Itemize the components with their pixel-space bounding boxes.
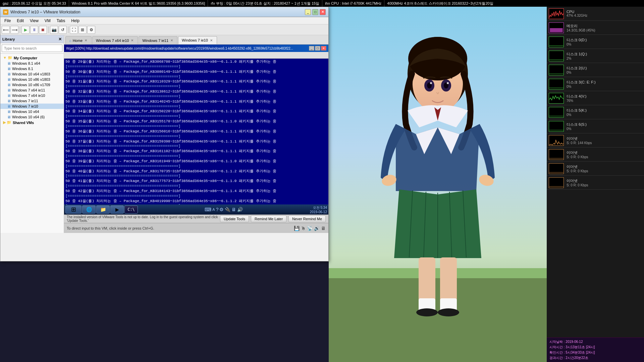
vmware-title: Windows 7 ie10 – VMware Workstation — [10, 10, 80, 14]
menu-edit[interactable]: Edit — [14, 18, 26, 24]
terminal-content[interactable]: 50 중 29을(를) 처리하는 중 – Package_for_KB30687… — [64, 59, 328, 206]
toolbar-stop[interactable]: ⏹ — [39, 26, 47, 34]
elapsed-stat: 경과시간 : 2시간20분22초 — [549, 355, 641, 361]
net1-label: 이더넷 — [567, 136, 592, 141]
menu-vm[interactable]: VM — [42, 18, 53, 24]
toolbar-back[interactable]: ⟵ — [2, 26, 10, 34]
rfv-info-text: rfv 부팅 : 0일 00시간 23분 01초 설치 : 20180427 ~… — [211, 1, 319, 6]
tree-item-my-computer[interactable]: ▼ 📁My Computer — [0, 55, 64, 61]
cmd-button[interactable]: C:\ — [124, 205, 138, 214]
volume-icon[interactable]: 🔊 — [237, 207, 243, 212]
net3-graph — [549, 163, 564, 174]
display-icon[interactable]: 🖥 — [231, 207, 236, 212]
tab-win7ie11-close[interactable]: ✕ — [170, 38, 174, 43]
tree-item-windows-8.1-x64[interactable]: 🖥Windows 8.1 x64 — [0, 61, 64, 66]
disk1-graph — [549, 51, 564, 61]
tab-win7x64ie10-label: Windows 7 x64 ie10 — [96, 39, 129, 43]
ie-button[interactable]: 🌐 — [82, 205, 96, 214]
never-remind-button[interactable]: Never Remind Me — [288, 216, 326, 222]
dw-close[interactable]: ✕ — [321, 46, 326, 51]
library-search-input[interactable] — [2, 45, 62, 52]
terminal-line: 50 중 38을(를) 처리하는 중 – Package_for_KB31611… — [65, 149, 327, 154]
toolbar-snapshot[interactable]: 📷 — [50, 26, 58, 34]
title-left: W Windows 7 ie10 – VMware Workstation — [3, 9, 80, 15]
cmd-icon: C:\ — [127, 207, 135, 212]
keyboard-icon[interactable]: ⌨ — [205, 207, 211, 212]
toolbar-forward[interactable]: ⟶ — [10, 26, 18, 34]
dw-minimize[interactable]: _ — [309, 46, 314, 51]
vmware-window: W Windows 7 ie10 – VMware Workstation _ … — [0, 7, 329, 261]
tree-item-windows-7-x64-ie11[interactable]: 🖥Windows 7 x64 ie11 — [0, 87, 64, 93]
vm-content[interactable]: Wget [100%] http://download.windowsupdat… — [64, 45, 328, 233]
toolbar-unity[interactable]: ⊞ — [78, 26, 87, 34]
tree-item-windows-10-x64-v1803[interactable]: 🖥Windows 10 x64 v1803 — [0, 71, 64, 77]
monitor-section-memory: 메모리14.3/31.9GB (45%) — [547, 21, 644, 35]
tab-win7ie11[interactable]: Windows 7 ie11 ✕ — [139, 36, 177, 44]
tree-item-shared-vms[interactable]: ▶ 📁Shared VMs — [0, 120, 64, 125]
library-close-icon[interactable]: ✕ — [58, 37, 62, 42]
tab-win7ie10-close[interactable]: ✕ — [209, 38, 213, 43]
restore-button[interactable]: □ — [312, 9, 318, 15]
menu-view[interactable]: View — [27, 18, 41, 24]
tree-item-windows-10-x64[interactable]: 🖥Windows 10 x64 — [0, 109, 64, 114]
terminal-line: 50 중 29을(를) 처리하는 중 – Package_for_KB30687… — [65, 59, 327, 64]
home-icon: ⌂ — [69, 39, 71, 43]
terminal-line: [=======================================… — [65, 94, 327, 99]
disk2-value: 0% — [567, 71, 587, 74]
menu-tabs[interactable]: Tabs — [54, 18, 68, 24]
toolbar-fullscreen[interactable]: ⛶ — [70, 26, 78, 34]
tab-area: ⌂ Home ✕ Windows 7 x64 ie10 ✕ Windows 7 … — [64, 35, 328, 233]
download-titlebar: Wget [100%] http://download.windowsupdat… — [64, 45, 328, 52]
start-button[interactable]: ⊞ — [65, 205, 82, 214]
tree-item-windows-10-x86-v1709[interactable]: 🖥Windows 10 x86 v1709 — [0, 82, 64, 87]
disk0-info: 디스크 0(D:)0% — [567, 38, 587, 46]
net4-label: 이더넷 — [567, 178, 588, 183]
tab-win7ie10[interactable]: Windows 7 ie10 ✕ — [178, 36, 217, 44]
net3-info: 이더넷S: 0 R: 0 Kbps — [567, 164, 588, 173]
tab-win7x64ie10[interactable]: Windows 7 x64 ie10 ✕ — [92, 36, 138, 44]
update-tools-button[interactable]: Update Tools — [220, 216, 249, 222]
top-status-bar: gaz : 2019.06.12 수요일 오전 05:34:33 Windows… — [0, 0, 644, 7]
ime-icon[interactable]: A — [212, 207, 215, 212]
media-player-button[interactable]: ▶ — [110, 205, 124, 214]
svg-rect-42 — [549, 135, 563, 145]
toolbar-sep2 — [48, 26, 49, 33]
toolbar-revert[interactable]: ↺ — [59, 26, 67, 34]
monitor-section-net1: 이더넷S: 0 R: 144 Kbps — [547, 133, 644, 147]
close-button[interactable]: ✕ — [320, 9, 326, 15]
anime-background — [329, 7, 547, 362]
help-icon[interactable]: ? — [216, 207, 219, 212]
disk4-graph — [549, 93, 564, 104]
tree-item-windows-8.1[interactable]: 🖥Windows 8.1 — [0, 66, 64, 71]
network-icon[interactable]: 🔌 — [225, 207, 230, 212]
media-player-icon: ▶ — [115, 207, 119, 212]
menu-file[interactable]: File — [2, 18, 13, 24]
vmtools-message: The installed version of VMware Tools is… — [67, 215, 218, 223]
tree-item-windows-7-ie11[interactable]: 🖥Windows 7 ie11 — [0, 98, 64, 104]
terminal-line: 50 중 34을(를) 처리하는 중 – Package_for_KB31502… — [65, 109, 327, 114]
dw-restore[interactable]: □ — [315, 46, 320, 51]
monitor-section-net4: 이더넷S: 0 R: 0 Kbps — [547, 176, 644, 190]
toolbar-pause[interactable]: ⏸ — [30, 26, 38, 34]
menu-help[interactable]: Help — [68, 18, 82, 24]
vm-icon: 🖥 — [7, 72, 11, 76]
toolbar-settings[interactable]: ⚙ — [87, 26, 95, 34]
tab-home-close[interactable]: ✕ — [84, 38, 88, 43]
tree-label: Windows 8.1 — [12, 67, 33, 71]
tree-item-windows-7-x64-ie10[interactable]: 🖥Windows 7 x64 ie10 — [0, 93, 64, 98]
tab-home[interactable]: ⌂ Home ✕ — [65, 36, 92, 44]
tree-label: Windows 10 x64 — [12, 110, 39, 114]
vm-settings-icon[interactable]: ⚙ — [219, 207, 224, 212]
tree-item-windows-10-x86-v1803[interactable]: 🖥Windows 10 x86 v1803 — [0, 77, 64, 82]
minimize-button[interactable]: _ — [305, 9, 311, 15]
remind-later-button[interactable]: Remind Me Later — [251, 216, 286, 222]
tab-win7ie11-label: Windows 7 ie11 — [142, 39, 168, 43]
monitor-section-disk2: 디스크 2(U:)0% — [547, 63, 644, 77]
explorer-button[interactable]: 📁 — [96, 205, 110, 214]
svg-point-12 — [447, 82, 449, 84]
toolbar-sep3 — [68, 26, 68, 33]
tree-item-windows-10-x64-(6)[interactable]: 🖥Windows 10 x64 (6) — [0, 114, 64, 120]
toolbar-power-on[interactable]: ▶ — [21, 26, 30, 34]
tree-item-windows-7-ie10[interactable]: 🖥Windows 7 ie10 — [0, 104, 64, 109]
tab-win7x64ie10-close[interactable]: ✕ — [130, 38, 134, 43]
